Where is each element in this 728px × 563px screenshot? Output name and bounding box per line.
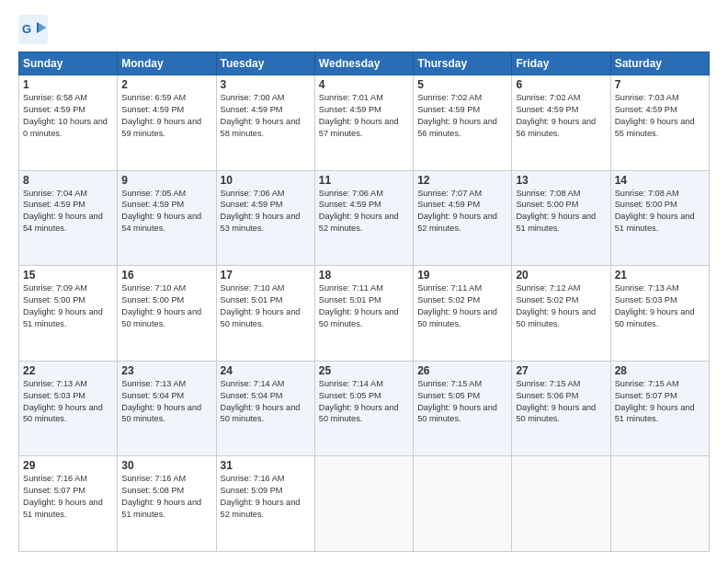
day-number: 28: [615, 364, 705, 377]
day-number: 22: [23, 364, 113, 377]
cell-info: Sunrise: 7:03 AMSunset: 4:59 PMDaylight:…: [615, 93, 695, 138]
day-number: 26: [417, 364, 507, 377]
cell-info: Sunrise: 7:14 AMSunset: 5:05 PMDaylight:…: [319, 379, 399, 424]
calendar-cell: 21 Sunrise: 7:13 AMSunset: 5:03 PMDaylig…: [610, 266, 709, 362]
calendar-week-2: 8 Sunrise: 7:04 AMSunset: 4:59 PMDayligh…: [19, 170, 710, 266]
cell-info: Sunrise: 6:58 AMSunset: 4:59 PMDaylight:…: [23, 93, 108, 138]
day-number: 7: [615, 78, 705, 91]
cell-info: Sunrise: 7:02 AMSunset: 4:59 PMDaylight:…: [516, 93, 596, 138]
day-number: 30: [121, 459, 211, 472]
calendar-cell: 8 Sunrise: 7:04 AMSunset: 4:59 PMDayligh…: [19, 170, 118, 266]
calendar-cell: 19 Sunrise: 7:11 AMSunset: 5:02 PMDaylig…: [414, 266, 512, 362]
day-number: 9: [121, 174, 211, 187]
calendar-cell: 31 Sunrise: 7:16 AMSunset: 5:09 PMDaylig…: [216, 456, 314, 552]
cell-info: Sunrise: 7:13 AMSunset: 5:03 PMDaylight:…: [615, 283, 695, 328]
cell-info: Sunrise: 7:01 AMSunset: 4:59 PMDaylight:…: [319, 93, 399, 138]
calendar-cell: 2 Sunrise: 6:59 AMSunset: 4:59 PMDayligh…: [118, 75, 216, 171]
calendar-cell: [414, 456, 512, 552]
cell-info: Sunrise: 7:06 AMSunset: 4:59 PMDaylight:…: [221, 189, 301, 234]
day-number: 16: [121, 269, 211, 282]
day-number: 11: [319, 174, 409, 187]
cell-info: Sunrise: 7:13 AMSunset: 5:03 PMDaylight:…: [23, 379, 103, 424]
calendar-cell: 9 Sunrise: 7:05 AMSunset: 4:59 PMDayligh…: [118, 170, 216, 266]
cell-info: Sunrise: 7:14 AMSunset: 5:04 PMDaylight:…: [221, 379, 301, 424]
cell-info: Sunrise: 7:08 AMSunset: 5:00 PMDaylight:…: [516, 189, 596, 234]
day-number: 24: [221, 364, 311, 377]
cell-info: Sunrise: 7:05 AMSunset: 4:59 PMDaylight:…: [121, 189, 201, 234]
day-number: 4: [319, 78, 409, 91]
calendar-cell: 18 Sunrise: 7:11 AMSunset: 5:01 PMDaylig…: [314, 266, 413, 362]
calendar-cell: 30 Sunrise: 7:16 AMSunset: 5:08 PMDaylig…: [118, 456, 216, 552]
day-number: 18: [319, 269, 409, 282]
cell-info: Sunrise: 7:15 AMSunset: 5:06 PMDaylight:…: [516, 379, 596, 424]
header-friday: Friday: [512, 52, 610, 75]
cell-info: Sunrise: 7:11 AMSunset: 5:01 PMDaylight:…: [319, 283, 399, 328]
day-number: 6: [516, 78, 606, 91]
calendar-cell: 16 Sunrise: 7:10 AMSunset: 5:00 PMDaylig…: [118, 266, 216, 362]
calendar-cell: 3 Sunrise: 7:00 AMSunset: 4:59 PMDayligh…: [216, 75, 314, 171]
cell-info: Sunrise: 7:08 AMSunset: 5:00 PMDaylight:…: [615, 189, 695, 234]
calendar-cell: 4 Sunrise: 7:01 AMSunset: 4:59 PMDayligh…: [314, 75, 413, 171]
cell-info: Sunrise: 7:06 AMSunset: 4:59 PMDaylight:…: [319, 189, 399, 234]
calendar-cell: 13 Sunrise: 7:08 AMSunset: 5:00 PMDaylig…: [512, 170, 610, 266]
calendar-cell: 15 Sunrise: 7:09 AMSunset: 5:00 PMDaylig…: [19, 266, 118, 362]
calendar-week-5: 29 Sunrise: 7:16 AMSunset: 5:07 PMDaylig…: [19, 456, 710, 552]
day-number: 23: [121, 364, 211, 377]
calendar-table: Sunday Monday Tuesday Wednesday Thursday…: [18, 52, 710, 552]
day-number: 17: [221, 269, 311, 282]
calendar-week-4: 22 Sunrise: 7:13 AMSunset: 5:03 PMDaylig…: [19, 361, 710, 456]
day-number: 21: [615, 269, 705, 282]
calendar-cell: 7 Sunrise: 7:03 AMSunset: 4:59 PMDayligh…: [610, 75, 709, 171]
day-number: 12: [417, 174, 507, 187]
day-number: 19: [417, 269, 507, 282]
calendar-header-row: Sunday Monday Tuesday Wednesday Thursday…: [19, 52, 710, 75]
calendar-cell: 14 Sunrise: 7:08 AMSunset: 5:00 PMDaylig…: [610, 170, 709, 266]
header-wednesday: Wednesday: [314, 52, 413, 75]
calendar-cell: 11 Sunrise: 7:06 AMSunset: 4:59 PMDaylig…: [314, 170, 413, 266]
cell-info: Sunrise: 7:15 AMSunset: 5:05 PMDaylight:…: [417, 379, 497, 424]
calendar-week-1: 1 Sunrise: 6:58 AMSunset: 4:59 PMDayligh…: [19, 75, 710, 171]
cell-info: Sunrise: 7:11 AMSunset: 5:02 PMDaylight:…: [417, 283, 497, 328]
calendar-week-3: 15 Sunrise: 7:09 AMSunset: 5:00 PMDaylig…: [19, 266, 710, 362]
header: G: [18, 15, 710, 44]
day-number: 14: [615, 174, 705, 187]
day-number: 31: [221, 459, 311, 472]
day-number: 5: [417, 78, 507, 91]
day-number: 13: [516, 174, 606, 187]
calendar-cell: 5 Sunrise: 7:02 AMSunset: 4:59 PMDayligh…: [414, 75, 512, 171]
day-number: 20: [516, 269, 606, 282]
calendar-cell: 22 Sunrise: 7:13 AMSunset: 5:03 PMDaylig…: [19, 361, 118, 456]
day-number: 10: [221, 174, 311, 187]
logo-icon: G: [18, 15, 48, 44]
calendar-cell: 26 Sunrise: 7:15 AMSunset: 5:05 PMDaylig…: [414, 361, 512, 456]
cell-info: Sunrise: 6:59 AMSunset: 4:59 PMDaylight:…: [121, 93, 201, 138]
cell-info: Sunrise: 7:04 AMSunset: 4:59 PMDaylight:…: [23, 189, 103, 234]
day-number: 8: [23, 174, 113, 187]
calendar-cell: 29 Sunrise: 7:16 AMSunset: 5:07 PMDaylig…: [19, 456, 118, 552]
calendar-cell: 6 Sunrise: 7:02 AMSunset: 4:59 PMDayligh…: [512, 75, 610, 171]
cell-info: Sunrise: 7:12 AMSunset: 5:02 PMDaylight:…: [516, 283, 596, 328]
logo: G: [18, 15, 51, 44]
svg-text:G: G: [22, 22, 31, 36]
calendar-cell: 24 Sunrise: 7:14 AMSunset: 5:04 PMDaylig…: [216, 361, 314, 456]
calendar-cell: 12 Sunrise: 7:07 AMSunset: 4:59 PMDaylig…: [414, 170, 512, 266]
cell-info: Sunrise: 7:16 AMSunset: 5:09 PMDaylight:…: [221, 474, 301, 519]
cell-info: Sunrise: 7:02 AMSunset: 4:59 PMDaylight:…: [417, 93, 497, 138]
cell-info: Sunrise: 7:13 AMSunset: 5:04 PMDaylight:…: [121, 379, 201, 424]
header-monday: Monday: [118, 52, 216, 75]
header-thursday: Thursday: [414, 52, 512, 75]
day-number: 1: [23, 78, 113, 91]
header-tuesday: Tuesday: [216, 52, 314, 75]
day-number: 29: [23, 459, 113, 472]
calendar-cell: [512, 456, 610, 552]
header-saturday: Saturday: [610, 52, 709, 75]
cell-info: Sunrise: 7:16 AMSunset: 5:08 PMDaylight:…: [121, 474, 201, 519]
day-number: 25: [319, 364, 409, 377]
day-number: 2: [121, 78, 211, 91]
cell-info: Sunrise: 7:10 AMSunset: 5:00 PMDaylight:…: [121, 283, 201, 328]
cell-info: Sunrise: 7:09 AMSunset: 5:00 PMDaylight:…: [23, 283, 103, 328]
cell-info: Sunrise: 7:07 AMSunset: 4:59 PMDaylight:…: [417, 189, 497, 234]
calendar-cell: 23 Sunrise: 7:13 AMSunset: 5:04 PMDaylig…: [118, 361, 216, 456]
calendar-cell: 17 Sunrise: 7:10 AMSunset: 5:01 PMDaylig…: [216, 266, 314, 362]
cell-info: Sunrise: 7:15 AMSunset: 5:07 PMDaylight:…: [615, 379, 695, 424]
